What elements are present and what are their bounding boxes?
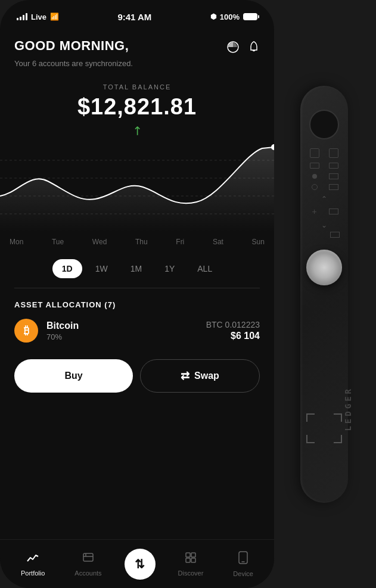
asset-usd-value: $6 104 bbox=[206, 331, 260, 341]
svg-rect-9 bbox=[186, 553, 190, 557]
svg-rect-6 bbox=[83, 553, 93, 561]
asset-section: ASSET ALLOCATION (7) ₿ Bitcoin 70% BTC 0… bbox=[0, 288, 274, 350]
swap-button[interactable]: ⇄ Swap bbox=[140, 359, 260, 393]
nav-portfolio[interactable]: Portfolio bbox=[14, 547, 52, 581]
filter-1d[interactable]: 1D bbox=[52, 259, 82, 278]
ledger-device: ⌃ + ⌄ LEDGER bbox=[272, 0, 376, 588]
time-filter: 1D 1W 1M 1Y ALL bbox=[0, 250, 274, 288]
nav-device[interactable]: Device bbox=[226, 546, 260, 582]
device-up-btn[interactable]: ⌃ bbox=[321, 195, 327, 203]
carrier-label: Live bbox=[31, 13, 46, 21]
device-icon bbox=[238, 551, 248, 568]
device-scroll-wheel[interactable] bbox=[306, 250, 342, 285]
asset-section-title: ASSET ALLOCATION (7) bbox=[14, 300, 260, 309]
chart-label-sun: Sun bbox=[252, 238, 265, 246]
balance-trend: ↗ bbox=[14, 123, 260, 138]
nav-discover[interactable]: Discover bbox=[171, 547, 211, 581]
transfer-icon: ⇅ bbox=[135, 557, 145, 571]
chart-label-mon: Mon bbox=[10, 238, 23, 246]
device-brand-area bbox=[306, 413, 342, 443]
balance-label: TOTAL BALANCE bbox=[14, 83, 260, 91]
accounts-label: Accounts bbox=[74, 570, 101, 577]
portfolio-label: Portfolio bbox=[21, 570, 45, 577]
chart-label-tue: Tue bbox=[52, 238, 64, 246]
chart-section: Mon Tue Wed Thu Fri Sat Sun bbox=[0, 142, 274, 250]
balance-amount: $12,821.81 bbox=[14, 94, 260, 120]
asset-name: Bitcoin bbox=[46, 321, 79, 331]
asset-percentage: 70% bbox=[46, 332, 79, 341]
balance-chart bbox=[0, 142, 274, 232]
phone-container: Live 📶 9:41 AM ⬢ 100% GOOD MORNING, bbox=[0, 0, 274, 588]
asset-btc-amount: BTC 0.012223 bbox=[206, 320, 260, 329]
buy-button[interactable]: Buy bbox=[14, 359, 133, 393]
device-body: ⌃ + ⌄ LEDGER bbox=[300, 86, 348, 503]
ledger-brand-text: LEDGER bbox=[343, 387, 353, 431]
device-camera bbox=[309, 110, 339, 139]
chart-label-wed: Wed bbox=[92, 238, 107, 246]
bitcoin-icon: ₿ bbox=[14, 319, 38, 343]
status-bar: Live 📶 9:41 AM ⬢ 100% bbox=[0, 0, 274, 26]
bottom-nav: Portfolio Accounts ⇅ bbox=[0, 539, 274, 588]
asset-info: Bitcoin 70% bbox=[46, 321, 79, 341]
trend-up-icon: ↗ bbox=[129, 122, 146, 139]
chart-label-thu: Thu bbox=[135, 238, 148, 246]
swap-label: Swap bbox=[194, 371, 219, 381]
time-display: 9:41 AM bbox=[117, 12, 151, 22]
swap-icon: ⇄ bbox=[181, 369, 189, 382]
filter-1m[interactable]: 1M bbox=[121, 259, 151, 278]
chart-icon[interactable] bbox=[226, 41, 240, 57]
chart-label-fri: Fri bbox=[176, 238, 184, 246]
svg-rect-11 bbox=[186, 558, 190, 562]
device-down-btn[interactable]: ⌄ bbox=[321, 221, 327, 229]
filter-1w[interactable]: 1W bbox=[86, 259, 117, 278]
wifi-icon: 📶 bbox=[50, 13, 59, 21]
status-right: ⬢ 100% bbox=[210, 13, 257, 21]
bell-icon[interactable] bbox=[248, 41, 260, 57]
svg-rect-10 bbox=[191, 553, 195, 557]
filter-all[interactable]: ALL bbox=[188, 259, 222, 278]
header-section: GOOD MORNING, bbox=[0, 26, 274, 74]
action-buttons: Buy ⇄ Swap bbox=[0, 350, 274, 402]
accounts-icon bbox=[82, 552, 94, 567]
status-left: Live 📶 bbox=[17, 13, 59, 21]
signal-bars bbox=[17, 13, 27, 20]
svg-rect-12 bbox=[191, 558, 195, 562]
greeting-row: GOOD MORNING, bbox=[14, 38, 260, 57]
chart-label-sat: Sat bbox=[213, 238, 223, 246]
battery-icon bbox=[243, 13, 257, 20]
app-content: GOOD MORNING, bbox=[0, 26, 274, 539]
subtitle-text: Your 6 accounts are synchronized. bbox=[14, 59, 260, 68]
device-label: Device bbox=[233, 570, 253, 577]
portfolio-icon bbox=[26, 552, 39, 567]
device-screen bbox=[300, 148, 348, 190]
bt-icon: ⬢ bbox=[210, 13, 216, 21]
greeting-text: GOOD MORNING, bbox=[14, 38, 129, 54]
asset-item-bitcoin[interactable]: ₿ Bitcoin 70% BTC 0.012223 $6 104 bbox=[14, 319, 260, 343]
filter-1y[interactable]: 1Y bbox=[155, 259, 184, 278]
discover-label: Discover bbox=[178, 570, 204, 577]
header-icons bbox=[226, 41, 260, 57]
bitcoin-symbol: ₿ bbox=[24, 325, 29, 337]
asset-values: BTC 0.012223 $6 104 bbox=[206, 320, 260, 341]
balance-section: TOTAL BALANCE $12,821.81 ↗ bbox=[0, 74, 274, 142]
chart-labels: Mon Tue Wed Thu Fri Sat Sun bbox=[0, 234, 274, 246]
battery-pct: 100% bbox=[220, 13, 240, 21]
transfer-button[interactable]: ⇅ bbox=[125, 549, 156, 580]
discover-icon bbox=[185, 552, 197, 567]
nav-accounts[interactable]: Accounts bbox=[67, 547, 108, 581]
